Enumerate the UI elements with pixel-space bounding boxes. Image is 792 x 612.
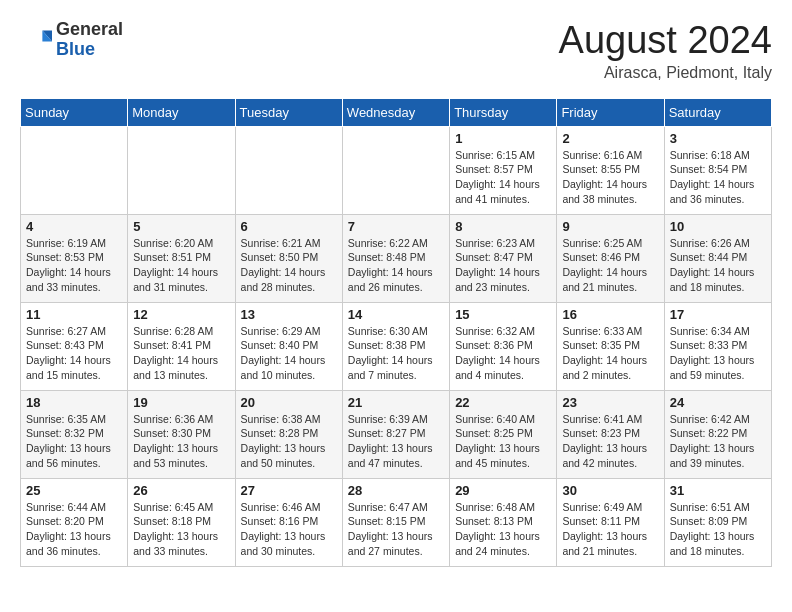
day-of-week-monday: Monday [128,98,235,126]
calendar-cell: 10Sunrise: 6:26 AMSunset: 8:44 PMDayligh… [664,214,771,302]
day-info: Sunrise: 6:29 AMSunset: 8:40 PMDaylight:… [241,324,337,383]
day-info: Sunrise: 6:44 AMSunset: 8:20 PMDaylight:… [26,500,122,559]
calendar-cell: 9Sunrise: 6:25 AMSunset: 8:46 PMDaylight… [557,214,664,302]
calendar-cell: 27Sunrise: 6:46 AMSunset: 8:16 PMDayligh… [235,478,342,566]
calendar-cell: 1Sunrise: 6:15 AMSunset: 8:57 PMDaylight… [450,126,557,214]
calendar-cell: 14Sunrise: 6:30 AMSunset: 8:38 PMDayligh… [342,302,449,390]
day-number: 4 [26,219,122,234]
day-of-week-thursday: Thursday [450,98,557,126]
day-info: Sunrise: 6:39 AMSunset: 8:27 PMDaylight:… [348,412,444,471]
day-number: 30 [562,483,658,498]
day-info: Sunrise: 6:18 AMSunset: 8:54 PMDaylight:… [670,148,766,207]
day-number: 31 [670,483,766,498]
day-number: 14 [348,307,444,322]
day-number: 5 [133,219,229,234]
day-number: 9 [562,219,658,234]
title-block: August 2024 Airasca, Piedmont, Italy [559,20,772,82]
day-number: 10 [670,219,766,234]
day-of-week-tuesday: Tuesday [235,98,342,126]
day-number: 15 [455,307,551,322]
calendar-week-row: 4Sunrise: 6:19 AMSunset: 8:53 PMDaylight… [21,214,772,302]
day-info: Sunrise: 6:35 AMSunset: 8:32 PMDaylight:… [26,412,122,471]
day-info: Sunrise: 6:41 AMSunset: 8:23 PMDaylight:… [562,412,658,471]
calendar-cell: 17Sunrise: 6:34 AMSunset: 8:33 PMDayligh… [664,302,771,390]
day-info: Sunrise: 6:38 AMSunset: 8:28 PMDaylight:… [241,412,337,471]
calendar-cell: 29Sunrise: 6:48 AMSunset: 8:13 PMDayligh… [450,478,557,566]
day-number: 16 [562,307,658,322]
calendar-cell: 23Sunrise: 6:41 AMSunset: 8:23 PMDayligh… [557,390,664,478]
day-info: Sunrise: 6:30 AMSunset: 8:38 PMDaylight:… [348,324,444,383]
day-info: Sunrise: 6:16 AMSunset: 8:55 PMDaylight:… [562,148,658,207]
day-number: 21 [348,395,444,410]
calendar-cell: 15Sunrise: 6:32 AMSunset: 8:36 PMDayligh… [450,302,557,390]
day-info: Sunrise: 6:45 AMSunset: 8:18 PMDaylight:… [133,500,229,559]
calendar-week-row: 25Sunrise: 6:44 AMSunset: 8:20 PMDayligh… [21,478,772,566]
day-info: Sunrise: 6:32 AMSunset: 8:36 PMDaylight:… [455,324,551,383]
day-number: 11 [26,307,122,322]
calendar-week-row: 11Sunrise: 6:27 AMSunset: 8:43 PMDayligh… [21,302,772,390]
calendar-cell: 28Sunrise: 6:47 AMSunset: 8:15 PMDayligh… [342,478,449,566]
day-number: 26 [133,483,229,498]
day-info: Sunrise: 6:20 AMSunset: 8:51 PMDaylight:… [133,236,229,295]
calendar-cell: 21Sunrise: 6:39 AMSunset: 8:27 PMDayligh… [342,390,449,478]
calendar-cell: 6Sunrise: 6:21 AMSunset: 8:50 PMDaylight… [235,214,342,302]
day-number: 6 [241,219,337,234]
day-info: Sunrise: 6:28 AMSunset: 8:41 PMDaylight:… [133,324,229,383]
calendar-cell: 19Sunrise: 6:36 AMSunset: 8:30 PMDayligh… [128,390,235,478]
day-info: Sunrise: 6:25 AMSunset: 8:46 PMDaylight:… [562,236,658,295]
day-info: Sunrise: 6:46 AMSunset: 8:16 PMDaylight:… [241,500,337,559]
location-title: Airasca, Piedmont, Italy [559,64,772,82]
day-number: 20 [241,395,337,410]
day-number: 8 [455,219,551,234]
day-number: 25 [26,483,122,498]
calendar-cell [235,126,342,214]
day-number: 13 [241,307,337,322]
calendar-cell: 8Sunrise: 6:23 AMSunset: 8:47 PMDaylight… [450,214,557,302]
calendar-cell [128,126,235,214]
day-info: Sunrise: 6:21 AMSunset: 8:50 PMDaylight:… [241,236,337,295]
day-info: Sunrise: 6:42 AMSunset: 8:22 PMDaylight:… [670,412,766,471]
day-number: 19 [133,395,229,410]
day-info: Sunrise: 6:40 AMSunset: 8:25 PMDaylight:… [455,412,551,471]
day-of-week-sunday: Sunday [21,98,128,126]
calendar-cell: 18Sunrise: 6:35 AMSunset: 8:32 PMDayligh… [21,390,128,478]
day-number: 18 [26,395,122,410]
day-info: Sunrise: 6:34 AMSunset: 8:33 PMDaylight:… [670,324,766,383]
day-info: Sunrise: 6:19 AMSunset: 8:53 PMDaylight:… [26,236,122,295]
calendar-cell: 25Sunrise: 6:44 AMSunset: 8:20 PMDayligh… [21,478,128,566]
calendar-cell: 11Sunrise: 6:27 AMSunset: 8:43 PMDayligh… [21,302,128,390]
logo-icon [20,24,52,56]
calendar-cell [342,126,449,214]
calendar-cell: 3Sunrise: 6:18 AMSunset: 8:54 PMDaylight… [664,126,771,214]
day-info: Sunrise: 6:26 AMSunset: 8:44 PMDaylight:… [670,236,766,295]
calendar-cell [21,126,128,214]
calendar-cell: 16Sunrise: 6:33 AMSunset: 8:35 PMDayligh… [557,302,664,390]
calendar-cell: 22Sunrise: 6:40 AMSunset: 8:25 PMDayligh… [450,390,557,478]
calendar-cell: 26Sunrise: 6:45 AMSunset: 8:18 PMDayligh… [128,478,235,566]
calendar-cell: 4Sunrise: 6:19 AMSunset: 8:53 PMDaylight… [21,214,128,302]
day-info: Sunrise: 6:33 AMSunset: 8:35 PMDaylight:… [562,324,658,383]
day-info: Sunrise: 6:47 AMSunset: 8:15 PMDaylight:… [348,500,444,559]
day-number: 12 [133,307,229,322]
day-number: 3 [670,131,766,146]
calendar-header-row: SundayMondayTuesdayWednesdayThursdayFrid… [21,98,772,126]
calendar: SundayMondayTuesdayWednesdayThursdayFrid… [20,98,772,567]
calendar-cell: 2Sunrise: 6:16 AMSunset: 8:55 PMDaylight… [557,126,664,214]
calendar-week-row: 18Sunrise: 6:35 AMSunset: 8:32 PMDayligh… [21,390,772,478]
day-info: Sunrise: 6:23 AMSunset: 8:47 PMDaylight:… [455,236,551,295]
logo-text: General Blue [56,20,123,60]
logo: General Blue [20,20,123,60]
day-of-week-saturday: Saturday [664,98,771,126]
calendar-cell: 5Sunrise: 6:20 AMSunset: 8:51 PMDaylight… [128,214,235,302]
day-of-week-friday: Friday [557,98,664,126]
day-info: Sunrise: 6:36 AMSunset: 8:30 PMDaylight:… [133,412,229,471]
day-info: Sunrise: 6:49 AMSunset: 8:11 PMDaylight:… [562,500,658,559]
day-number: 27 [241,483,337,498]
calendar-cell: 31Sunrise: 6:51 AMSunset: 8:09 PMDayligh… [664,478,771,566]
day-number: 28 [348,483,444,498]
day-info: Sunrise: 6:22 AMSunset: 8:48 PMDaylight:… [348,236,444,295]
day-number: 17 [670,307,766,322]
calendar-cell: 13Sunrise: 6:29 AMSunset: 8:40 PMDayligh… [235,302,342,390]
calendar-week-row: 1Sunrise: 6:15 AMSunset: 8:57 PMDaylight… [21,126,772,214]
calendar-cell: 12Sunrise: 6:28 AMSunset: 8:41 PMDayligh… [128,302,235,390]
